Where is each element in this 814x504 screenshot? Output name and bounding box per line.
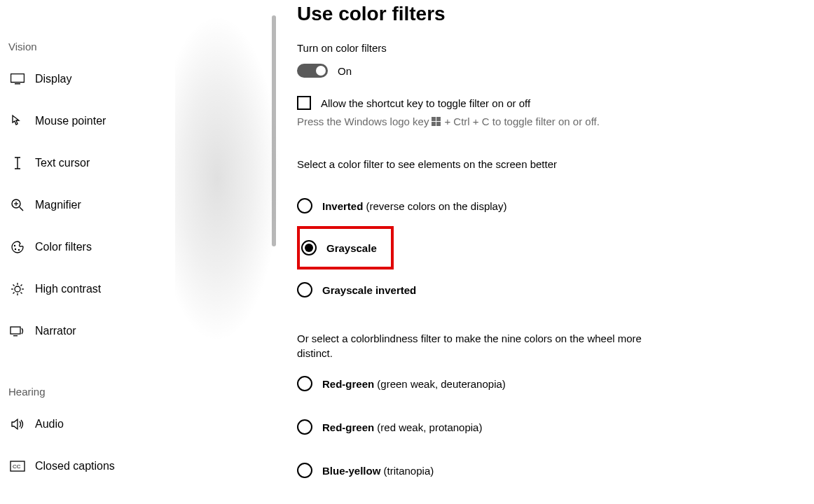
- sidebar-group-hearing: Hearing: [0, 386, 273, 398]
- filter-option-inverted[interactable]: Inverted (reverse colors on the display): [297, 184, 675, 227]
- filter-option-grayscale-inverted[interactable]: Grayscale inverted: [297, 268, 675, 312]
- sidebar-item-label: High contrast: [35, 283, 101, 295]
- sidebar: Vision Display Mouse pointer Text cursor…: [0, 0, 273, 504]
- shortcut-hint: Press the Windows logo key + Ctrl + C to…: [297, 115, 801, 127]
- svg-point-7: [15, 248, 16, 250]
- radio-label: Blue-yellow (tritanopia): [322, 465, 434, 477]
- highlight-rectangle: Grayscale: [297, 226, 394, 270]
- radio-icon: [301, 240, 317, 255]
- sidebar-item-color-filters[interactable]: Color filters: [0, 226, 273, 268]
- filter-option-grayscale[interactable]: Grayscale: [297, 227, 675, 268]
- sidebar-item-label: Closed captions: [35, 460, 115, 472]
- sidebar-list-hearing: Audio CC Closed captions: [0, 403, 273, 487]
- sidebar-scrollbar[interactable]: [272, 15, 276, 246]
- sidebar-item-mouse-pointer[interactable]: Mouse pointer: [0, 100, 273, 142]
- svg-rect-18: [11, 327, 20, 334]
- sidebar-item-text-cursor[interactable]: Text cursor: [0, 142, 273, 184]
- cursor-hand-icon: [8, 114, 27, 128]
- closed-captions-icon: CC: [8, 461, 27, 472]
- filter-select-description: Select a color filter to see elements on…: [297, 157, 675, 172]
- palette-icon: [8, 240, 27, 254]
- speaker-icon: [8, 418, 27, 430]
- sidebar-item-label: Text cursor: [35, 157, 90, 169]
- shortcut-hint-text-b: + Ctrl + C to toggle filter on or off.: [444, 115, 600, 127]
- svg-point-8: [18, 249, 20, 251]
- narrator-icon: [8, 325, 27, 337]
- radio-icon: [297, 198, 312, 214]
- sidebar-item-label: Color filters: [35, 241, 92, 253]
- svg-point-6: [14, 245, 15, 246]
- svg-line-3: [20, 207, 23, 211]
- sidebar-item-label: Audio: [35, 418, 64, 430]
- radio-label: Grayscale: [326, 242, 377, 254]
- sidebar-item-display[interactable]: Display: [0, 58, 273, 100]
- windows-logo-icon: [432, 117, 441, 127]
- shortcut-checkbox-label: Allow the shortcut key to toggle filter …: [321, 97, 530, 109]
- page-title: Use color filters: [297, 3, 801, 25]
- svg-rect-19: [13, 335, 18, 336]
- shortcut-hint-text-a: Press the Windows logo key: [297, 115, 429, 127]
- sidebar-item-narrator[interactable]: Narrator: [0, 310, 273, 352]
- shortcut-checkbox[interactable]: [297, 96, 311, 110]
- filter-option-deuteranopia[interactable]: Red-green (green weak, deuteranopia): [297, 362, 675, 405]
- toggle-section-label: Turn on color filters: [297, 42, 801, 54]
- magnifier-icon: [8, 198, 27, 212]
- sidebar-item-magnifier[interactable]: Magnifier: [0, 184, 273, 226]
- radio-icon: [297, 463, 312, 478]
- svg-line-14: [13, 285, 15, 286]
- svg-rect-0: [11, 74, 25, 83]
- text-cursor-icon: [8, 156, 27, 170]
- svg-line-17: [21, 285, 22, 286]
- toggle-knob: [316, 66, 326, 76]
- filter-option-protanopia[interactable]: Red-green (red weak, protanopia): [297, 405, 675, 449]
- radio-label: Red-green (red weak, protanopia): [322, 421, 482, 433]
- sidebar-item-label: Magnifier: [35, 199, 81, 211]
- toggle-state-text: On: [338, 65, 352, 77]
- color-filters-toggle[interactable]: [297, 64, 328, 78]
- svg-point-9: [15, 286, 20, 292]
- radio-label: Grayscale inverted: [322, 284, 416, 296]
- sidebar-item-high-contrast[interactable]: High contrast: [0, 268, 273, 310]
- radio-icon: [297, 376, 312, 391]
- sidebar-list-vision: Display Mouse pointer Text cursor Magnif…: [0, 58, 273, 352]
- content-pane: Use color filters Turn on color filters …: [297, 0, 801, 504]
- svg-text:CC: CC: [13, 463, 21, 470]
- radio-label: Inverted (reverse colors on the display): [322, 200, 506, 212]
- sidebar-item-label: Mouse pointer: [35, 115, 106, 127]
- svg-rect-1: [15, 83, 20, 84]
- brightness-icon: [8, 282, 27, 296]
- sidebar-item-label: Display: [35, 73, 71, 85]
- monitor-icon: [8, 74, 27, 85]
- svg-line-15: [21, 293, 22, 294]
- radio-icon: [297, 419, 312, 435]
- sidebar-item-closed-captions[interactable]: CC Closed captions: [0, 445, 273, 487]
- svg-line-16: [13, 293, 15, 294]
- radio-icon: [297, 282, 312, 298]
- sidebar-group-vision: Vision: [0, 41, 273, 52]
- sidebar-item-label: Narrator: [35, 325, 76, 337]
- filter-option-tritanopia[interactable]: Blue-yellow (tritanopia): [297, 449, 675, 492]
- colorblind-description: Or select a colorblindness filter to mak…: [297, 331, 675, 360]
- radio-label: Red-green (green weak, deuteranopia): [322, 378, 506, 390]
- sidebar-item-audio[interactable]: Audio: [0, 403, 273, 445]
